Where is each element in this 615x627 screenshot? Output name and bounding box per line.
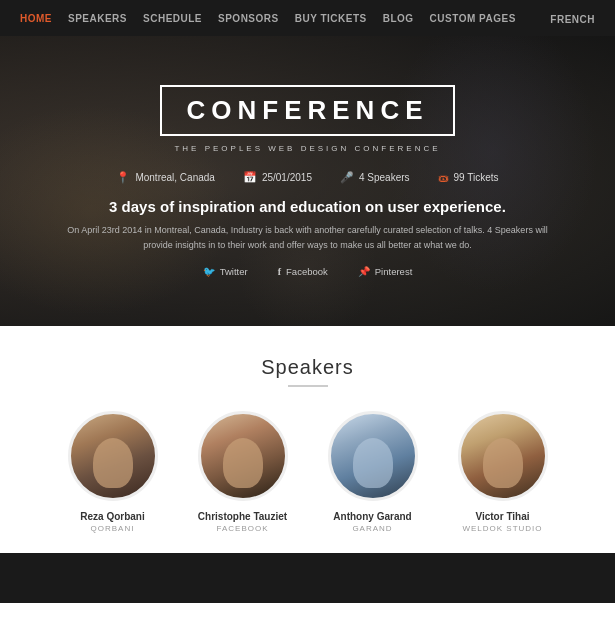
- speakers-section: Speakers Reza Qorbani QORBANI Christophe…: [0, 326, 615, 553]
- footer-bar: [0, 553, 615, 603]
- pinterest-label: Pinterest: [375, 266, 413, 277]
- twitter-icon: 🐦: [203, 266, 215, 277]
- nav-item-custom-pages[interactable]: CUSTOM PAGES: [430, 13, 516, 24]
- ticket-icon: 🎟: [438, 172, 449, 184]
- hero-headline: 3 days of inspiration and education on u…: [0, 198, 615, 215]
- speaker-card-0: Reza Qorbani QORBANI: [58, 411, 168, 533]
- speaker-company-2: GARAND: [352, 524, 392, 533]
- hero-info-row: 📍 Montreal, Canada 📅 25/01/2015 🎤 4 Spea…: [0, 171, 615, 184]
- hero-title: CONFERENCE: [186, 95, 428, 126]
- facebook-label: Facebook: [286, 266, 328, 277]
- hero-section: CONFERENCE THE PEOPLES WEB DESIGN CONFER…: [0, 36, 615, 326]
- nav-right: FRENCH: [550, 9, 595, 27]
- speaker-avatar-0: [68, 411, 158, 501]
- speaker-card-1: Christophe Tauziet FACEBOOK: [188, 411, 298, 533]
- hero-tickets-text: 99 Tickets: [454, 172, 499, 183]
- pinterest-icon: 📌: [358, 266, 370, 277]
- hero-subtitle: THE PEOPLES WEB DESIGN CONFERENCE: [0, 144, 615, 153]
- twitter-label: Twitter: [220, 266, 248, 277]
- calendar-icon: 📅: [243, 171, 257, 184]
- nav-item-french[interactable]: FRENCH: [550, 14, 595, 25]
- twitter-link[interactable]: 🐦 Twitter: [203, 266, 248, 277]
- speaker-name-1: Christophe Tauziet: [198, 511, 287, 522]
- nav-item-buy-tickets[interactable]: BUY TICKETS: [295, 13, 367, 24]
- facebook-link[interactable]: f Facebook: [278, 266, 328, 277]
- nav-item-schedule[interactable]: SCHEDULE: [143, 13, 202, 24]
- speaker-card-3: Victor Tihai WELDOK STUDIO: [448, 411, 558, 533]
- hero-content: CONFERENCE THE PEOPLES WEB DESIGN CONFER…: [0, 85, 615, 277]
- speaker-name-3: Victor Tihai: [475, 511, 529, 522]
- hero-info-tickets: 🎟 99 Tickets: [438, 171, 499, 184]
- hero-date-text: 25/01/2015: [262, 172, 312, 183]
- navigation: HOME SPEAKERS SCHEDULE SPONSORS BUY TICK…: [0, 0, 615, 36]
- nav-item-blog[interactable]: BLOG: [383, 13, 414, 24]
- speakers-grid: Reza Qorbani QORBANI Christophe Tauziet …: [20, 411, 595, 533]
- nav-item-home[interactable]: HOME: [20, 13, 52, 24]
- hero-social-row: 🐦 Twitter f Facebook 📌 Pinterest: [0, 266, 615, 277]
- hero-info-location: 📍 Montreal, Canada: [116, 171, 215, 184]
- hero-description: On April 23rd 2014 in Montreal, Canada, …: [0, 223, 615, 252]
- hero-location-text: Montreal, Canada: [135, 172, 215, 183]
- speakers-divider: [288, 385, 328, 387]
- location-icon: 📍: [116, 171, 130, 184]
- speaker-card-2: Anthony Garand GARAND: [318, 411, 428, 533]
- mic-icon: 🎤: [340, 171, 354, 184]
- speakers-section-title: Speakers: [20, 356, 595, 379]
- speaker-company-0: QORBANI: [91, 524, 135, 533]
- hero-title-box: CONFERENCE: [160, 85, 454, 136]
- speaker-company-3: WELDOK STUDIO: [462, 524, 542, 533]
- nav-left: HOME SPEAKERS SCHEDULE SPONSORS BUY TICK…: [20, 13, 516, 24]
- hero-info-speakers: 🎤 4 Speakers: [340, 171, 410, 184]
- nav-item-speakers[interactable]: SPEAKERS: [68, 13, 127, 24]
- nav-item-sponsors[interactable]: SPONSORS: [218, 13, 279, 24]
- speaker-company-1: FACEBOOK: [216, 524, 268, 533]
- speaker-name-0: Reza Qorbani: [80, 511, 144, 522]
- speaker-avatar-2: [328, 411, 418, 501]
- facebook-icon: f: [278, 266, 281, 277]
- hero-info-date: 📅 25/01/2015: [243, 171, 312, 184]
- pinterest-link[interactable]: 📌 Pinterest: [358, 266, 413, 277]
- hero-speakers-text: 4 Speakers: [359, 172, 410, 183]
- speaker-name-2: Anthony Garand: [333, 511, 411, 522]
- speaker-avatar-3: [458, 411, 548, 501]
- speaker-avatar-1: [198, 411, 288, 501]
